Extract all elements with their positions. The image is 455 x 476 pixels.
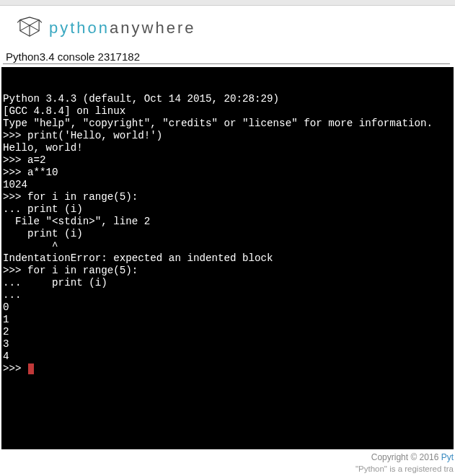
terminal-line: 2 (3, 326, 452, 338)
pythonanywhere-logo-icon (16, 16, 43, 40)
terminal-line: >>> print('Hello, world!') (3, 130, 452, 142)
terminal-output: Python 3.4.3 (default, Oct 14 2015, 20:2… (3, 93, 452, 375)
footer-trademark: "Python" is a registered tra (355, 463, 454, 475)
terminal-line: ^ (3, 240, 452, 252)
brand-anywhere: anywhere (110, 19, 195, 37)
terminal-line: Python 3.4.3 (default, Oct 14 2015, 20:2… (3, 93, 452, 105)
terminal-line: >>> for i in range(5): (3, 191, 452, 203)
terminal-line: >>> (3, 363, 452, 375)
site-header: pythonanywhere (0, 6, 455, 48)
terminal-line: IndentationError: expected an indented b… (3, 252, 452, 265)
footer-link[interactable]: Pyt (441, 452, 454, 462)
terminal-line: 4 (3, 351, 452, 363)
brand-python: python (49, 19, 110, 37)
terminal-line: >>> for i in range(5): (3, 265, 452, 277)
terminal-line: 1024 (3, 179, 452, 191)
terminal-line: >>> a=2 (3, 154, 452, 167)
terminal-line: ... print (i) (3, 277, 452, 289)
terminal[interactable]: Python 3.4.3 (default, Oct 14 2015, 20:2… (1, 67, 454, 449)
console-title: Python3.4 console 2317182 (3, 48, 450, 64)
window-top-bar (0, 0, 455, 6)
terminal-line: ... print (i) (3, 203, 452, 216)
page-footer: Copyright © 2016 Pyt "Python" is a regis… (355, 451, 455, 475)
copyright-text: Copyright © 2016 (371, 452, 441, 462)
brand-text: pythonanywhere (49, 19, 195, 38)
terminal-line: ... (3, 289, 452, 301)
terminal-line: Hello, world! (3, 142, 452, 154)
footer-copyright-line: Copyright © 2016 Pyt (355, 451, 454, 463)
terminal-line: 3 (3, 338, 452, 351)
terminal-line: Type "help", "copyright", "credits" or "… (3, 118, 452, 130)
terminal-cursor (28, 363, 34, 374)
terminal-line: >>> a**10 (3, 167, 452, 179)
terminal-line: [GCC 4.8.4] on linux (3, 105, 452, 118)
terminal-line: 1 (3, 314, 452, 326)
terminal-line: 0 (3, 301, 452, 314)
terminal-line: print (i) (3, 228, 452, 240)
terminal-line: File "<stdin>", line 2 (3, 216, 452, 228)
